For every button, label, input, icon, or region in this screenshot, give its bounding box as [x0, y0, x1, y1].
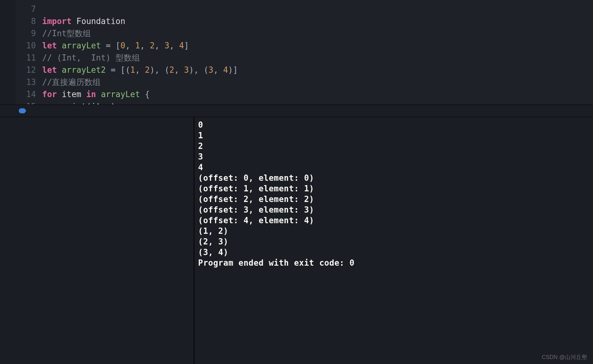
code-content[interactable]: let arrayLet = [0, 1, 2, 3, 4] [42, 40, 189, 52]
code-line[interactable]: 15 print(item) [16, 101, 593, 105]
line-number: 15 [16, 101, 42, 105]
line-number: 7 [16, 3, 42, 15]
code-content[interactable]: //Int型数组 [42, 27, 91, 40]
code-line[interactable]: 9//Int型数组 [16, 27, 593, 40]
code-line[interactable]: 7 [16, 3, 593, 15]
code-line[interactable]: 10let arrayLet = [0, 1, 2, 3, 4] [16, 40, 593, 52]
code-content[interactable]: for item in arrayLet { [42, 88, 150, 101]
line-number: 9 [16, 27, 42, 40]
code-content[interactable]: print(item) [42, 101, 116, 105]
execution-pointer-icon [19, 108, 26, 113]
variables-pane[interactable] [0, 117, 194, 364]
line-number: 11 [16, 52, 42, 64]
line-number: 13 [16, 76, 42, 88]
watermark: CSDN @山河丘壑 [542, 353, 587, 361]
code-line[interactable]: 13//直接遍历数组 [16, 76, 593, 88]
line-number: 12 [16, 64, 42, 76]
code-content[interactable]: let arrayLet2 = [(1, 2), (2, 3), (3, 4)] [42, 64, 238, 76]
line-number: 14 [16, 88, 42, 101]
debug-bar[interactable] [0, 105, 593, 117]
code-line[interactable]: 12let arrayLet2 = [(1, 2), (2, 3), (3, 4… [16, 64, 593, 76]
code-line[interactable]: 11// (Int, Int) 型数组 [16, 52, 593, 64]
code-content[interactable]: // (Int, Int) 型数组 [42, 52, 140, 64]
code-line[interactable]: 8import Foundation [16, 15, 593, 27]
code-content[interactable]: //直接遍历数组 [42, 76, 101, 88]
code-content[interactable]: import Foundation [42, 15, 125, 27]
line-number: 10 [16, 40, 42, 52]
console-output[interactable]: 0 1 2 3 4 (offset: 0, element: 0) (offse… [194, 117, 593, 364]
code-line[interactable]: 14for item in arrayLet { [16, 88, 593, 101]
line-number: 8 [16, 15, 42, 27]
code-editor[interactable]: 78import Foundation9//Int型数组10let arrayL… [0, 0, 593, 105]
bottom-panel: 0 1 2 3 4 (offset: 0, element: 0) (offse… [0, 117, 593, 364]
